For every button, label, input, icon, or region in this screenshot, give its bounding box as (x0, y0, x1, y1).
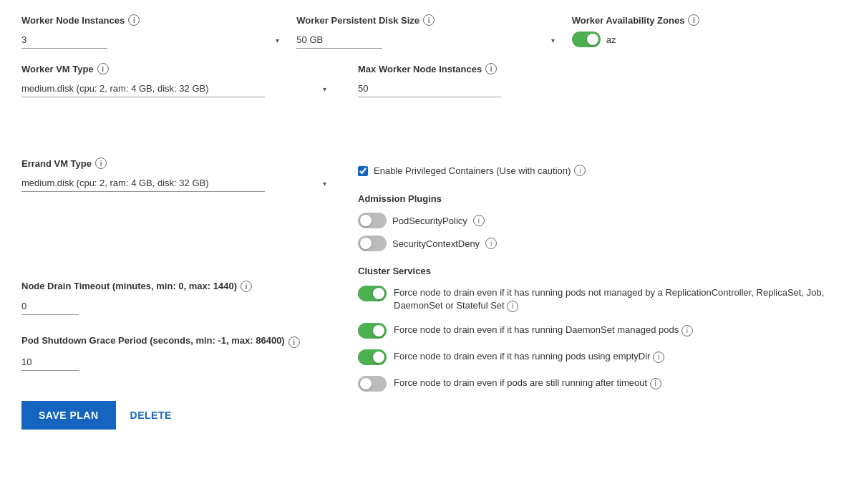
max-worker-node-instances-group: Max Worker Node Instances i (358, 63, 833, 97)
security-context-deny-info-icon: i (485, 238, 497, 249)
worker-availability-zones-group: Worker Availability Zones i az (572, 14, 833, 47)
pod-shutdown-grace-period-label: Pod Shutdown Grace Period (seconds, min:… (21, 335, 329, 348)
cluster-service-toggle-thumb-2 (373, 325, 384, 336)
pod-security-policy-label: PodSecurityPolicy (392, 215, 467, 226)
left-spacer-2 (21, 209, 329, 281)
cluster-service-row-1: Force node to drain even if it has runni… (358, 285, 833, 312)
enable-privileged-containers-group: Enable Privileged Containers (Use with c… (358, 165, 833, 176)
cluster-service-toggle-3[interactable] (358, 349, 387, 365)
worker-az-toggle[interactable] (572, 32, 601, 47)
worker-az-toggle-track[interactable] (572, 32, 601, 47)
worker-availability-zones-info-icon: i (688, 14, 699, 26)
security-context-deny-toggle[interactable] (358, 236, 387, 251)
worker-vm-type-select[interactable]: medium.disk (cpu: 2, ram: 4 GB, disk: 32… (21, 80, 265, 97)
cluster-service-toggle-track-3[interactable] (358, 349, 387, 365)
node-drain-timeout-input[interactable] (21, 298, 79, 315)
max-worker-node-instances-label: Max Worker Node Instances i (358, 63, 833, 74)
worker-vm-type-info-icon: i (97, 63, 109, 74)
max-worker-node-instances-info-icon: i (485, 63, 497, 74)
security-context-deny-toggle-track[interactable] (358, 236, 387, 251)
errand-vm-type-select-wrapper: medium.disk (cpu: 2, ram: 4 GB, disk: 32… (21, 175, 329, 192)
enable-privileged-containers-checkbox[interactable] (358, 166, 368, 176)
worker-availability-zones-label: Worker Availability Zones i (572, 14, 833, 26)
worker-persistent-disk-select[interactable]: 50 GB 20 GB 100 GB (296, 32, 382, 49)
security-context-deny-label: SecurityContextDeny (392, 238, 480, 249)
pod-shutdown-grace-period-group: Pod Shutdown Grace Period (seconds, min:… (21, 335, 329, 371)
worker-vm-type-group: Worker VM Type i medium.disk (cpu: 2, ra… (21, 63, 329, 97)
cluster-services-section: Cluster Services Force node to drain eve… (358, 266, 833, 392)
admission-plugins-section: Admission Plugins PodSecurityPolicy i (358, 193, 833, 251)
max-worker-node-instances-input[interactable] (358, 80, 501, 97)
worker-node-instances-chevron-icon: ▾ (276, 37, 279, 44)
worker-vm-type-select-wrapper: medium.disk (cpu: 2, ram: 4 GB, disk: 32… (21, 80, 329, 97)
cluster-service-row-4: Force node to drain even if pods are sti… (358, 375, 833, 392)
pod-security-policy-toggle-track[interactable] (358, 213, 387, 228)
pod-security-policy-row: PodSecurityPolicy i (358, 213, 833, 228)
cluster-service-info-icon-4: i (650, 378, 661, 389)
errand-vm-type-label: Errand VM Type i (21, 158, 329, 169)
cluster-service-text-4: Force node to drain even if pods are sti… (394, 375, 661, 389)
delete-button[interactable]: DELETE (130, 410, 172, 421)
worker-persistent-disk-group: Worker Persistent Disk Size i 50 GB 20 G… (296, 14, 557, 49)
errand-vm-type-group: Errand VM Type i medium.disk (cpu: 2, ra… (21, 158, 329, 192)
worker-vm-type-label: Worker VM Type i (21, 63, 329, 74)
pod-shutdown-grace-period-input[interactable] (21, 354, 79, 371)
worker-node-instances-info-icon: i (128, 14, 140, 26)
cluster-service-toggle-2[interactable] (358, 323, 387, 339)
cluster-service-info-icon-3: i (653, 352, 664, 363)
worker-persistent-disk-label: Worker Persistent Disk Size i (296, 14, 557, 26)
cluster-services-label: Cluster Services (358, 266, 833, 276)
worker-persistent-disk-select-wrapper: 50 GB 20 GB 100 GB ▾ (296, 32, 557, 49)
enable-privileged-containers-label[interactable]: Enable Privileged Containers (Use with c… (374, 165, 586, 176)
cluster-service-toggle-thumb-4 (360, 378, 372, 389)
security-context-deny-row: SecurityContextDeny i (358, 236, 833, 251)
worker-node-instances-label: Worker Node Instances i (21, 14, 282, 26)
node-drain-timeout-info-icon: i (241, 281, 252, 292)
enable-privileged-containers-info-icon: i (574, 165, 586, 176)
cluster-service-toggle-track-1[interactable] (358, 286, 387, 301)
pod-shutdown-grace-period-info-icon: i (288, 336, 300, 348)
node-drain-timeout-group: Node Drain Timeout (minutes, min: 0, max… (21, 281, 329, 315)
cluster-service-text-2: Force node to drain even if it has runni… (394, 322, 693, 336)
left-column: Worker VM Type i medium.disk (cpu: 2, ra… (21, 63, 329, 430)
left-spacer (21, 115, 329, 158)
worker-az-text: az (606, 34, 616, 45)
main-container: Worker Node Instances i 3 1 2 4 5 ▾ Work… (0, 0, 854, 504)
pod-security-policy-info-icon: i (473, 215, 485, 226)
worker-node-instances-select[interactable]: 3 1 2 4 5 (21, 32, 107, 49)
cluster-service-toggle-1[interactable] (358, 286, 387, 301)
worker-node-instances-select-wrapper: 3 1 2 4 5 ▾ (21, 32, 282, 49)
cluster-service-info-icon-1: i (507, 301, 518, 312)
errand-vm-type-chevron-icon: ▾ (323, 180, 326, 188)
pod-security-policy-toggle[interactable] (358, 213, 387, 228)
cluster-service-toggle-4[interactable] (358, 376, 387, 392)
right-spacer (358, 115, 833, 165)
worker-az-toggle-thumb (587, 34, 598, 45)
worker-persistent-disk-info-icon: i (423, 14, 435, 26)
node-drain-timeout-label: Node Drain Timeout (minutes, min: 0, max… (21, 281, 329, 292)
cluster-service-text-3: Force node to drain even if it has runni… (394, 349, 664, 363)
worker-az-toggle-row: az (572, 32, 833, 47)
cluster-service-toggle-track-4[interactable] (358, 376, 387, 392)
footer-buttons: SAVE PLAN DELETE (21, 394, 329, 430)
main-content-area: Worker VM Type i medium.disk (cpu: 2, ra… (21, 63, 833, 430)
cluster-service-row-2: Force node to drain even if it has runni… (358, 322, 833, 339)
cluster-service-text-1: Force node to drain even if it has runni… (394, 285, 833, 312)
top-row: Worker Node Instances i 3 1 2 4 5 ▾ Work… (21, 14, 833, 49)
worker-persistent-disk-chevron-icon: ▾ (551, 37, 555, 44)
cluster-service-info-icon-2: i (681, 325, 693, 336)
cluster-service-toggle-thumb-3 (373, 352, 384, 363)
right-column: Max Worker Node Instances i Enable Privi… (358, 63, 833, 430)
save-plan-button[interactable]: SAVE PLAN (21, 401, 116, 430)
worker-vm-type-chevron-icon: ▾ (323, 85, 326, 93)
pod-security-policy-toggle-thumb (360, 215, 372, 226)
cluster-service-toggle-thumb-1 (373, 288, 384, 299)
errand-vm-type-info-icon: i (95, 158, 107, 169)
admission-plugins-label: Admission Plugins (358, 193, 833, 204)
errand-vm-type-select[interactable]: medium.disk (cpu: 2, ram: 4 GB, disk: 32… (21, 175, 265, 192)
worker-node-instances-group: Worker Node Instances i 3 1 2 4 5 ▾ (21, 14, 282, 49)
security-context-deny-toggle-thumb (360, 238, 372, 249)
cluster-service-row-3: Force node to drain even if it has runni… (358, 349, 833, 365)
cluster-service-toggle-track-2[interactable] (358, 323, 387, 339)
